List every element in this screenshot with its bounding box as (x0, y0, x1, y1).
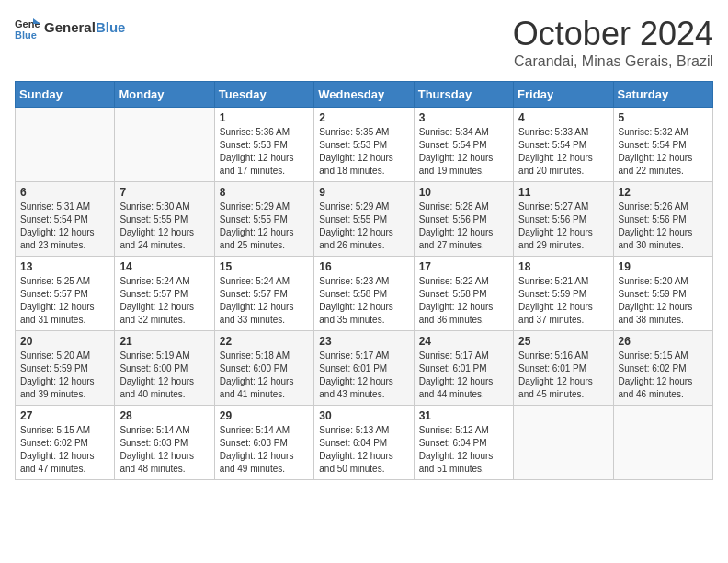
day-info: Sunrise: 5:14 AMSunset: 6:03 PMDaylight:… (220, 424, 309, 476)
day-info: Sunrise: 5:20 AMSunset: 5:59 PMDaylight:… (20, 350, 109, 401)
table-row: 31Sunrise: 5:12 AMSunset: 6:04 PMDayligh… (414, 406, 513, 480)
table-row: 17Sunrise: 5:22 AMSunset: 5:58 PMDayligh… (414, 257, 513, 331)
day-info: Sunrise: 5:29 AMSunset: 5:55 PMDaylight:… (319, 201, 408, 252)
day-number: 1 (220, 111, 309, 124)
day-info: Sunrise: 5:14 AMSunset: 6:03 PMDaylight:… (119, 424, 209, 476)
day-info: Sunrise: 5:27 AMSunset: 5:56 PMDaylight:… (518, 201, 608, 252)
table-row: 13Sunrise: 5:25 AMSunset: 5:57 PMDayligh… (16, 257, 115, 331)
day-number: 29 (220, 409, 309, 422)
header-thursday: Thursday (414, 82, 513, 108)
day-info: Sunrise: 5:31 AMSunset: 5:54 PMDaylight:… (20, 201, 109, 252)
table-row: 6Sunrise: 5:31 AMSunset: 5:54 PMDaylight… (16, 182, 115, 257)
day-number: 5 (619, 111, 708, 124)
day-number: 31 (419, 409, 508, 422)
day-info: Sunrise: 5:34 AMSunset: 5:54 PMDaylight:… (419, 126, 508, 178)
table-row (16, 108, 115, 182)
table-row: 12Sunrise: 5:26 AMSunset: 5:56 PMDayligh… (613, 182, 712, 257)
day-number: 22 (220, 335, 309, 348)
table-row: 19Sunrise: 5:20 AMSunset: 5:59 PMDayligh… (613, 257, 712, 331)
day-info: Sunrise: 5:33 AMSunset: 5:54 PMDaylight:… (518, 126, 608, 178)
day-info: Sunrise: 5:20 AMSunset: 5:59 PMDaylight:… (619, 275, 708, 327)
day-number: 28 (119, 409, 209, 422)
day-number: 12 (619, 186, 708, 199)
table-row: 25Sunrise: 5:16 AMSunset: 6:01 PMDayligh… (514, 331, 613, 406)
calendar-week-row: 20Sunrise: 5:20 AMSunset: 5:59 PMDayligh… (16, 331, 713, 406)
day-info: Sunrise: 5:29 AMSunset: 5:55 PMDaylight:… (220, 201, 309, 252)
day-number: 2 (319, 111, 408, 124)
day-number: 10 (419, 186, 508, 199)
day-info: Sunrise: 5:17 AMSunset: 6:01 PMDaylight:… (319, 350, 408, 401)
day-info: Sunrise: 5:26 AMSunset: 5:56 PMDaylight:… (619, 201, 708, 252)
day-number: 20 (20, 335, 109, 348)
day-number: 15 (220, 260, 309, 273)
logo-blue-text: Blue (96, 19, 126, 35)
day-number: 26 (619, 335, 708, 348)
day-number: 7 (119, 186, 209, 199)
day-info: Sunrise: 5:24 AMSunset: 5:57 PMDaylight:… (119, 275, 209, 327)
table-row: 18Sunrise: 5:21 AMSunset: 5:59 PMDayligh… (514, 257, 613, 331)
day-info: Sunrise: 5:28 AMSunset: 5:56 PMDaylight:… (419, 201, 508, 252)
logo: General Blue GeneralBlue (15, 15, 125, 40)
day-number: 27 (20, 409, 109, 422)
table-row: 29Sunrise: 5:14 AMSunset: 6:03 PMDayligh… (214, 406, 313, 480)
day-info: Sunrise: 5:22 AMSunset: 5:58 PMDaylight:… (419, 275, 508, 327)
table-row (115, 108, 214, 182)
day-number: 6 (20, 186, 109, 199)
day-info: Sunrise: 5:17 AMSunset: 6:01 PMDaylight:… (419, 350, 508, 401)
table-row: 4Sunrise: 5:33 AMSunset: 5:54 PMDaylight… (514, 108, 613, 182)
table-row: 5Sunrise: 5:32 AMSunset: 5:54 PMDaylight… (613, 108, 712, 182)
day-number: 17 (419, 260, 508, 273)
calendar-week-row: 1Sunrise: 5:36 AMSunset: 5:53 PMDaylight… (16, 108, 713, 182)
table-row: 10Sunrise: 5:28 AMSunset: 5:56 PMDayligh… (414, 182, 513, 257)
calendar-week-row: 13Sunrise: 5:25 AMSunset: 5:57 PMDayligh… (16, 257, 713, 331)
day-number: 21 (119, 335, 209, 348)
day-info: Sunrise: 5:30 AMSunset: 5:55 PMDaylight:… (119, 201, 209, 252)
table-row: 21Sunrise: 5:19 AMSunset: 6:00 PMDayligh… (115, 331, 214, 406)
table-row: 3Sunrise: 5:34 AMSunset: 5:54 PMDaylight… (414, 108, 513, 182)
month-year-title: October 2024 (513, 15, 713, 53)
table-row: 14Sunrise: 5:24 AMSunset: 5:57 PMDayligh… (115, 257, 214, 331)
day-number: 18 (518, 260, 608, 273)
header-tuesday: Tuesday (214, 82, 313, 108)
day-number: 19 (619, 260, 708, 273)
day-number: 13 (20, 260, 109, 273)
table-row: 28Sunrise: 5:14 AMSunset: 6:03 PMDayligh… (115, 406, 214, 480)
day-info: Sunrise: 5:23 AMSunset: 5:58 PMDaylight:… (319, 275, 408, 327)
table-row: 11Sunrise: 5:27 AMSunset: 5:56 PMDayligh… (514, 182, 613, 257)
logo-icon: General Blue (15, 15, 40, 40)
day-number: 11 (518, 186, 608, 199)
table-row: 8Sunrise: 5:29 AMSunset: 5:55 PMDaylight… (214, 182, 313, 257)
location-subtitle: Carandai, Minas Gerais, Brazil (513, 53, 713, 70)
header-friday: Friday (514, 82, 613, 108)
day-info: Sunrise: 5:18 AMSunset: 6:00 PMDaylight:… (220, 350, 309, 401)
table-row: 22Sunrise: 5:18 AMSunset: 6:00 PMDayligh… (214, 331, 313, 406)
day-info: Sunrise: 5:12 AMSunset: 6:04 PMDaylight:… (419, 424, 508, 476)
table-row: 2Sunrise: 5:35 AMSunset: 5:53 PMDaylight… (314, 108, 414, 182)
day-info: Sunrise: 5:35 AMSunset: 5:53 PMDaylight:… (319, 126, 408, 178)
header: General Blue GeneralBlue October 2024 Ca… (15, 15, 713, 70)
table-row: 9Sunrise: 5:29 AMSunset: 5:55 PMDaylight… (314, 182, 414, 257)
day-number: 25 (518, 335, 608, 348)
table-row: 26Sunrise: 5:15 AMSunset: 6:02 PMDayligh… (613, 331, 712, 406)
svg-text:Blue: Blue (15, 29, 37, 40)
table-row: 30Sunrise: 5:13 AMSunset: 6:04 PMDayligh… (314, 406, 414, 480)
header-sunday: Sunday (16, 82, 115, 108)
day-info: Sunrise: 5:15 AMSunset: 6:02 PMDaylight:… (619, 350, 708, 401)
table-row: 1Sunrise: 5:36 AMSunset: 5:53 PMDaylight… (214, 108, 313, 182)
calendar-week-row: 27Sunrise: 5:15 AMSunset: 6:02 PMDayligh… (16, 406, 713, 480)
day-number: 30 (319, 409, 408, 422)
day-header-row: Sunday Monday Tuesday Wednesday Thursday… (16, 82, 713, 108)
table-row (613, 406, 712, 480)
day-number: 16 (319, 260, 408, 273)
day-number: 8 (220, 186, 309, 199)
day-number: 14 (119, 260, 209, 273)
table-row: 27Sunrise: 5:15 AMSunset: 6:02 PMDayligh… (16, 406, 115, 480)
day-info: Sunrise: 5:13 AMSunset: 6:04 PMDaylight:… (319, 424, 408, 476)
day-info: Sunrise: 5:32 AMSunset: 5:54 PMDaylight:… (619, 126, 708, 178)
calendar-table: Sunday Monday Tuesday Wednesday Thursday… (15, 81, 713, 480)
title-area: October 2024 Carandai, Minas Gerais, Bra… (513, 15, 713, 70)
table-row: 15Sunrise: 5:24 AMSunset: 5:57 PMDayligh… (214, 257, 313, 331)
day-info: Sunrise: 5:19 AMSunset: 6:00 PMDaylight:… (119, 350, 209, 401)
day-number: 3 (419, 111, 508, 124)
day-info: Sunrise: 5:21 AMSunset: 5:59 PMDaylight:… (518, 275, 608, 327)
